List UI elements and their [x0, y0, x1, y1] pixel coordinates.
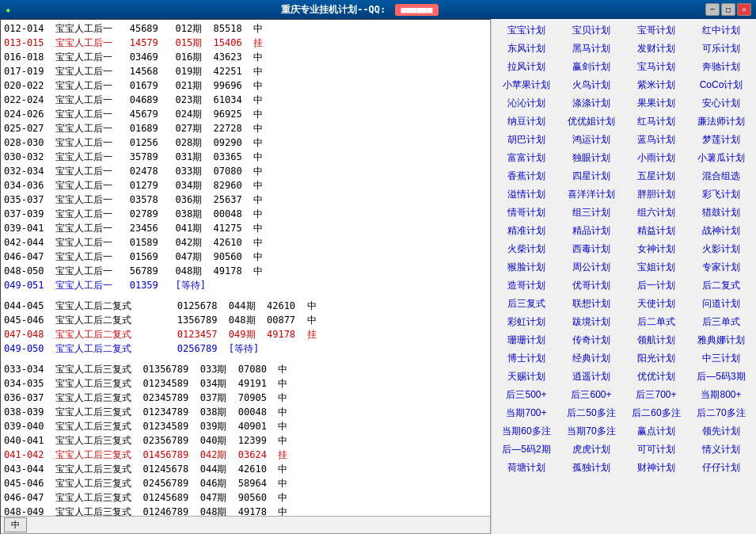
plan-link[interactable]: 财神计划 [625, 460, 688, 476]
plan-link[interactable]: 后三单式 [690, 314, 753, 330]
plan-link[interactable]: 天赐计划 [495, 368, 558, 385]
plan-link[interactable]: 后三复式 [495, 296, 558, 312]
status-button[interactable]: 中 [4, 517, 27, 532]
plan-link[interactable]: 天使计划 [625, 296, 688, 312]
plan-link[interactable]: 专家计划 [690, 259, 753, 276]
plan-link[interactable]: 中三计划 [690, 350, 753, 367]
plan-link[interactable]: 五星计划 [625, 168, 688, 185]
plan-link[interactable]: 博士计划 [495, 350, 558, 367]
plan-link[interactable]: 领航计划 [625, 332, 688, 349]
plan-link[interactable]: 可可计划 [625, 441, 688, 458]
plan-link[interactable]: 当期60多注 [495, 423, 558, 440]
plan-link[interactable]: 果果计划 [625, 95, 688, 112]
plan-link[interactable]: 纳豆计划 [495, 113, 558, 130]
plan-link[interactable]: 火影计划 [690, 241, 753, 257]
plan-link[interactable]: 当期70多注 [560, 423, 623, 440]
plan-link[interactable]: 组三计划 [560, 204, 623, 221]
plan-link[interactable]: 当期800+ [690, 387, 753, 403]
plan-link[interactable]: 后三600+ [560, 387, 623, 403]
plan-link[interactable]: 独眼计划 [560, 150, 623, 166]
maximize-button[interactable]: □ [721, 3, 735, 16]
plan-link[interactable]: 情哥计划 [495, 204, 558, 221]
plan-link[interactable]: 东风计划 [495, 40, 558, 57]
plan-link[interactable]: 火鸟计划 [560, 77, 623, 93]
plan-link[interactable]: 红马计划 [625, 113, 688, 130]
plan-link[interactable]: 喜洋洋计划 [560, 186, 623, 203]
plan-link[interactable]: 可乐计划 [690, 40, 753, 57]
plan-link[interactable]: 战神计划 [690, 223, 753, 239]
plan-link[interactable]: 宝哥计划 [625, 22, 688, 39]
plan-link[interactable]: 溢情计划 [495, 186, 558, 203]
minimize-button[interactable]: ─ [705, 3, 720, 16]
plan-link[interactable]: 沁沁计划 [495, 95, 558, 112]
plan-link[interactable]: 造哥计划 [495, 277, 558, 294]
plan-link[interactable]: 鸿运计划 [560, 132, 623, 148]
plan-link[interactable]: 情义计划 [690, 441, 753, 458]
plan-link[interactable]: 后二单式 [625, 314, 688, 330]
plan-link[interactable]: 猎鼓计划 [690, 204, 753, 221]
plan-link[interactable]: 西毒计划 [560, 241, 623, 257]
plan-link[interactable]: 后二50多注 [560, 405, 623, 421]
plan-link[interactable]: 小薯瓜计划 [690, 150, 753, 166]
plan-link[interactable]: 后—5码2期 [495, 441, 558, 458]
plan-link[interactable]: 联想计划 [560, 296, 623, 312]
plan-link[interactable]: 荷塘计划 [495, 460, 558, 476]
plan-link[interactable]: 紫米计划 [625, 77, 688, 93]
plan-link[interactable]: 组六计划 [625, 204, 688, 221]
plan-link[interactable]: 奔驰计划 [690, 59, 753, 75]
plan-link[interactable]: 优优姐计划 [560, 113, 623, 130]
plan-link[interactable]: 混合组选 [690, 168, 753, 185]
plan-link[interactable]: 彩虹计划 [495, 314, 558, 330]
plan-link[interactable]: 精品计划 [560, 223, 623, 239]
plan-link[interactable]: 后二复式 [690, 277, 753, 294]
plan-link[interactable]: 精益计划 [625, 223, 688, 239]
plan-link[interactable]: 后二60多注 [625, 405, 688, 421]
plan-link[interactable]: 仔仔计划 [690, 460, 753, 476]
plan-link[interactable]: 宝马计划 [625, 59, 688, 75]
plan-link[interactable]: 涤涤计划 [560, 95, 623, 112]
plan-link[interactable]: 富富计划 [495, 150, 558, 166]
plan-link[interactable]: 香蕉计划 [495, 168, 558, 185]
plan-link[interactable]: 优哥计划 [560, 277, 623, 294]
plan-link[interactable]: 拉风计划 [495, 59, 558, 75]
plan-link[interactable]: 小苹果计划 [495, 77, 558, 93]
left-scrollable[interactable]: 012-014 宝宝人工后一 45689 012期 85518 中013-015… [1, 20, 490, 516]
plan-link[interactable]: 优优计划 [625, 368, 688, 385]
plan-link[interactable]: 安心计划 [690, 95, 753, 112]
plan-link[interactable]: 胡巴计划 [495, 132, 558, 148]
plan-link[interactable]: 女神计划 [625, 241, 688, 257]
plan-link[interactable]: 赢剑计划 [560, 59, 623, 75]
plan-link[interactable]: 周公计划 [560, 259, 623, 276]
plan-link[interactable]: 逍遥计划 [560, 368, 623, 385]
plan-link[interactable]: 梦莲计划 [690, 132, 753, 148]
plan-link[interactable]: 宝宝计划 [495, 22, 558, 39]
plan-link[interactable]: 传奇计划 [560, 332, 623, 349]
plan-link[interactable]: 宝姐计划 [625, 259, 688, 276]
plan-link[interactable]: 四星计划 [560, 168, 623, 185]
plan-link[interactable]: 火柴计划 [495, 241, 558, 257]
plan-link[interactable]: 后三500+ [495, 387, 558, 403]
plan-link[interactable]: 后三700+ [625, 387, 688, 403]
plan-link[interactable]: 问道计划 [690, 296, 753, 312]
plan-link[interactable]: 胖胆计划 [625, 186, 688, 203]
plan-link[interactable]: 领先计划 [690, 423, 753, 440]
plan-link[interactable]: 精准计划 [495, 223, 558, 239]
plan-link[interactable]: 赢点计划 [625, 423, 688, 440]
plan-link[interactable]: 虎虎计划 [560, 441, 623, 458]
plan-link[interactable]: 当期700+ [495, 405, 558, 421]
plan-link[interactable]: 廉法师计划 [690, 113, 753, 130]
plan-link[interactable]: 孤独计划 [560, 460, 623, 476]
close-button[interactable]: ✕ [737, 3, 751, 16]
plan-link[interactable]: 蓝鸟计划 [625, 132, 688, 148]
plan-link[interactable]: 发财计划 [625, 40, 688, 57]
plan-link[interactable]: 红中计划 [690, 22, 753, 39]
plan-link[interactable]: 后一计划 [625, 277, 688, 294]
plan-link[interactable]: 后—5码3期 [690, 368, 753, 385]
plan-link[interactable]: 黑马计划 [560, 40, 623, 57]
plan-link[interactable]: 小雨计划 [625, 150, 688, 166]
plan-link[interactable]: 经典计划 [560, 350, 623, 367]
plan-link[interactable]: 跋境计划 [560, 314, 623, 330]
plan-link[interactable]: 宝贝计划 [560, 22, 623, 39]
plan-link[interactable]: 彩飞计划 [690, 186, 753, 203]
plan-link[interactable]: 雅典娜计划 [690, 332, 753, 349]
